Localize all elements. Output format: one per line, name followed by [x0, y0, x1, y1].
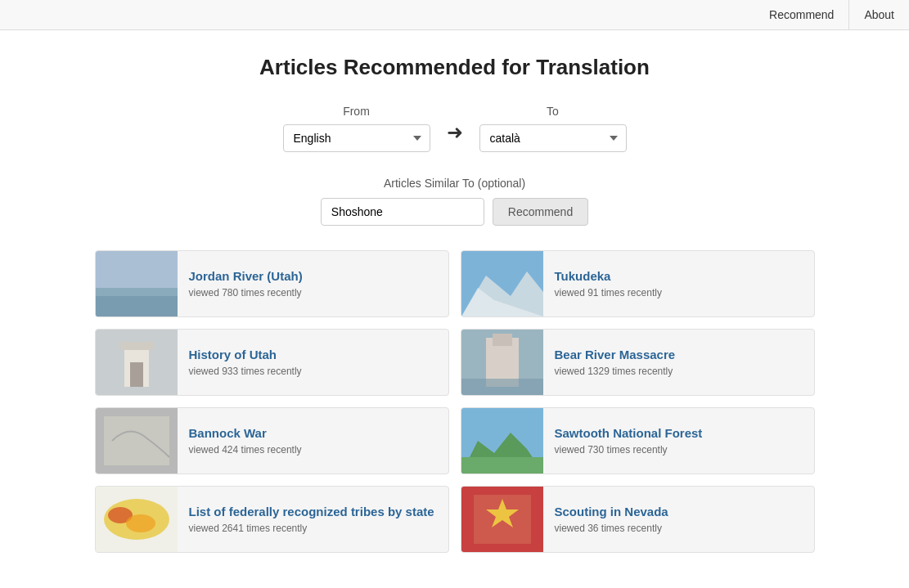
article-info: Jordan River (Utah) viewed 780 times rec…	[178, 261, 448, 307]
article-thumb-1	[461, 251, 543, 316]
article-views: viewed 933 times recently	[189, 366, 437, 377]
to-label: To	[479, 105, 627, 118]
svg-rect-8	[120, 342, 153, 350]
arrow-right-icon: ➜	[447, 121, 463, 152]
article-views: viewed 730 times recently	[555, 444, 803, 456]
similar-section: Articles Similar To (optional) Recommend	[95, 177, 815, 226]
article-info: Scouting in Nevada viewed 36 times recen…	[543, 496, 814, 542]
article-thumb-7	[461, 487, 543, 552]
article-title: Tukudeka	[555, 269, 803, 283]
article-title: History of Utah	[189, 348, 437, 361]
article-thumb-3	[461, 330, 543, 395]
article-card[interactable]: Sawtooth National Forest viewed 730 time…	[461, 407, 815, 474]
article-title: List of federally recognized tribes by s…	[189, 505, 437, 518]
article-card[interactable]: List of federally recognized tribes by s…	[95, 486, 449, 553]
svg-rect-15	[104, 416, 169, 465]
article-thumb-6	[96, 487, 178, 552]
article-views: viewed 91 times recently	[555, 287, 803, 298]
article-info: Bannock War viewed 424 times recently	[178, 418, 448, 464]
svg-point-22	[126, 514, 155, 532]
article-info: Bear River Massacre viewed 1329 times re…	[543, 339, 814, 385]
svg-rect-9	[130, 362, 143, 387]
article-info: History of Utah viewed 933 times recentl…	[178, 339, 448, 385]
similar-input[interactable]	[321, 198, 484, 226]
article-info: Sawtooth National Forest viewed 730 time…	[543, 418, 814, 464]
article-card[interactable]: History of Utah viewed 933 times recentl…	[95, 329, 449, 396]
article-thumb-0	[96, 251, 178, 316]
page-title: Articles Recommended for Translation	[95, 55, 815, 80]
svg-rect-12	[493, 334, 512, 346]
similar-label: Articles Similar To (optional)	[384, 177, 525, 190]
article-thumb-5	[461, 408, 543, 474]
article-card[interactable]: Jordan River (Utah) viewed 780 times rec…	[95, 250, 449, 317]
article-views: viewed 780 times recently	[189, 287, 437, 298]
article-views: viewed 424 times recently	[189, 444, 437, 456]
svg-rect-13	[461, 379, 543, 395]
article-info: List of federally recognized tribes by s…	[178, 496, 448, 542]
to-group: To català Spanish French German	[479, 105, 627, 152]
from-group: From English Spanish French German	[283, 105, 430, 152]
article-card[interactable]: Scouting in Nevada viewed 36 times recen…	[461, 486, 815, 553]
article-views: viewed 1329 times recently	[555, 366, 803, 377]
recommend-button[interactable]: Recommend	[493, 198, 588, 226]
article-card[interactable]: Bear River Massacre viewed 1329 times re…	[461, 329, 815, 396]
article-title: Bannock War	[189, 426, 437, 440]
language-section: From English Spanish French German ➜ To …	[95, 105, 815, 152]
from-select[interactable]: English Spanish French German	[283, 124, 430, 152]
recommend-nav-link[interactable]: Recommend	[754, 0, 849, 29]
article-views: viewed 36 times recently	[555, 523, 803, 534]
article-views: viewed 2641 times recently	[189, 523, 437, 534]
article-card[interactable]: Tukudeka viewed 91 times recently	[461, 250, 815, 317]
svg-rect-18	[461, 457, 543, 474]
article-card[interactable]: Bannock War viewed 424 times recently	[95, 407, 449, 474]
article-info: Tukudeka viewed 91 times recently	[543, 261, 814, 307]
article-thumb-2	[96, 330, 178, 395]
from-label: From	[283, 105, 430, 118]
article-thumb-4	[96, 408, 178, 474]
article-title: Scouting in Nevada	[555, 505, 803, 518]
main-content: Articles Recommended for Translation Fro…	[79, 30, 831, 577]
article-title: Sawtooth National Forest	[555, 426, 803, 440]
similar-row: Recommend	[321, 198, 588, 226]
articles-grid: Jordan River (Utah) viewed 780 times rec…	[95, 250, 815, 553]
top-nav: Recommend About	[0, 0, 909, 30]
about-nav-link[interactable]: About	[849, 0, 909, 29]
svg-rect-2	[96, 296, 178, 316]
to-select[interactable]: català Spanish French German	[479, 124, 627, 152]
article-title: Jordan River (Utah)	[189, 269, 437, 283]
article-title: Bear River Massacre	[555, 348, 803, 361]
